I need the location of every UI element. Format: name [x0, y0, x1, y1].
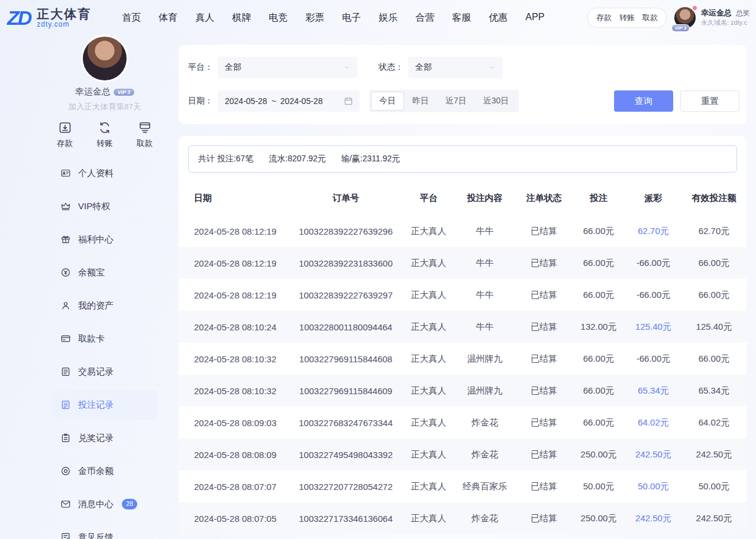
user-chip[interactable]: VIP 3 幸运金总总奖 永久域名: zdty.c	[674, 7, 750, 28]
nav-item-4[interactable]: 棋牌	[232, 12, 251, 24]
date-range-input[interactable]: 2024-05-28~2024-05-28	[218, 90, 360, 112]
yuebao-icon	[60, 267, 71, 278]
cell-content: 炸金花	[454, 439, 516, 470]
cell-bet: 250.00元	[572, 439, 625, 470]
sidebar-item-8[interactable]: 投注记录	[52, 390, 157, 420]
sidebar-item-label: 我的资产	[78, 300, 114, 311]
vip-badge: VIP 3	[671, 24, 690, 32]
wallet-link-2[interactable]: 转账	[619, 12, 635, 23]
table-header-cell: 平台	[403, 181, 454, 215]
logo-mark-icon: ZD	[7, 8, 33, 28]
username: 幸运金总	[701, 8, 732, 17]
nav-item-7[interactable]: 电子	[342, 12, 361, 24]
reset-button[interactable]: 重置	[680, 90, 739, 112]
wallet-link-1[interactable]: 存款	[596, 12, 612, 23]
avatar: VIP 3	[674, 7, 696, 28]
cell-content: 牛牛	[454, 279, 516, 311]
sidebar-item-6[interactable]: 取款卡	[52, 324, 157, 353]
nav-item-2[interactable]: 体育	[159, 12, 177, 24]
gift-icon	[60, 234, 71, 245]
calendar-icon	[344, 96, 353, 106]
profile-avatar[interactable]	[83, 37, 127, 80]
quick-action-label: 取款	[137, 138, 153, 149]
table-row: 2024-05-28 08:12:191003228392227639297正大…	[179, 279, 747, 311]
cell-platform: 正大真人	[403, 375, 454, 407]
feedback-icon	[60, 532, 71, 539]
cell-content: 牛牛	[454, 311, 516, 343]
cell-valid: 242.50元	[681, 439, 747, 470]
sidebar-item-label: 交易记录	[78, 366, 114, 378]
cell-status: 已结算	[516, 215, 572, 247]
bank-card-icon	[60, 333, 71, 344]
quick-action-transfer[interactable]: 转账	[97, 121, 113, 149]
nav-item-1[interactable]: 首页	[122, 12, 141, 24]
header-right: 存款转账取款 VIP 3 幸运金总总奖 永久域名: zdty.c	[587, 7, 750, 28]
table-row: 2024-05-28 08:10:241003228001180094464正大…	[179, 311, 747, 343]
sidebar-item-label: 余额宝	[78, 267, 105, 278]
date-range-button-4[interactable]: 近30日	[475, 92, 518, 111]
cell-status: 已结算	[516, 470, 572, 502]
nav-item-11[interactable]: 优惠	[489, 12, 508, 24]
sidebar-item-7[interactable]: 交易记录	[52, 357, 157, 387]
cell-valid: 242.50元	[681, 502, 747, 534]
quick-action-deposit[interactable]: 存款	[57, 121, 73, 149]
summary-part-2: 流水:8207.92元	[269, 154, 326, 164]
join-days-text: 加入正大体育第87天	[52, 102, 157, 112]
nav-item-6[interactable]: 彩票	[305, 12, 324, 24]
table-header-cell: 订单号	[288, 181, 403, 215]
table-header-row: 日期订单号平台投注内容注单状态投注派彩有效投注额	[179, 181, 747, 215]
cell-date: 2024-05-28 08:12:19	[179, 247, 288, 279]
profile-vip-badge: VIP 3	[114, 89, 135, 96]
cell-order: 1003227495498043392	[288, 439, 403, 470]
side-menu: 个人资料VIP特权福利中心余额宝我的资产取款卡交易记录投注记录兑奖记录金币余额消…	[52, 158, 157, 539]
transfer-icon	[98, 121, 112, 135]
nav-item-12[interactable]: APP	[525, 12, 544, 24]
date-range-button-2[interactable]: 昨日	[404, 92, 437, 111]
cell-bet: 66.00元	[572, 215, 625, 247]
table-header-cell: 注单状态	[516, 181, 572, 215]
logo[interactable]: ZD 正大体育 zdty.com	[7, 7, 91, 29]
sidebar-item-10[interactable]: 金币余额	[52, 456, 157, 486]
quick-action-withdraw[interactable]: 取款	[137, 121, 153, 149]
cell-date: 2024-05-28 08:12:19	[179, 279, 288, 311]
sidebar-item-5[interactable]: 我的资产	[52, 291, 157, 320]
wallet-link-3[interactable]: 取款	[642, 12, 658, 23]
platform-select[interactable]: 全部	[218, 57, 357, 78]
table-row: 2024-05-28 08:12:191003228392231833600正大…	[179, 247, 747, 279]
cell-platform: 正大真人	[403, 247, 454, 279]
status-select-value: 全部	[415, 62, 432, 73]
sidebar-item-12[interactable]: 意见反馈	[52, 522, 157, 539]
nav-item-10[interactable]: 客服	[452, 12, 471, 24]
nav-item-5[interactable]: 电竞	[269, 12, 287, 24]
sidebar-item-11[interactable]: 消息中心28	[52, 489, 157, 519]
sidebar-item-label: 取款卡	[78, 333, 105, 345]
id-card-icon	[60, 168, 71, 178]
bet-records-table: 日期订单号平台投注内容注单状态投注派彩有效投注额 2024-05-28 08:1…	[179, 181, 747, 534]
sidebar-item-2[interactable]: VIP特权	[52, 191, 157, 221]
date-range-button-1[interactable]: 今日	[371, 92, 404, 111]
search-button[interactable]: 查询	[614, 90, 673, 112]
nav-item-9[interactable]: 合营	[415, 12, 434, 24]
cell-date: 2024-05-28 08:09:03	[179, 407, 288, 439]
status-select[interactable]: 全部	[408, 57, 503, 78]
cell-date: 2024-05-28 08:08:09	[179, 439, 288, 470]
nav-item-3[interactable]: 真人	[195, 12, 214, 24]
nav-item-8[interactable]: 娱乐	[379, 12, 398, 24]
cell-platform: 正大真人	[403, 407, 454, 439]
sidebar-item-4[interactable]: 余额宝	[52, 258, 157, 287]
cell-bet: 66.00元	[572, 407, 625, 439]
table-row: 2024-05-28 08:12:191003228392227639296正大…	[179, 215, 747, 247]
table-row: 2024-05-28 08:07:071003227207728054272正大…	[179, 470, 747, 502]
sidebar-item-label: 意见反馈	[78, 532, 114, 539]
table-row: 2024-05-28 08:10:321003227969115844608正大…	[179, 343, 747, 375]
withdraw-icon	[138, 121, 152, 135]
cell-status: 已结算	[516, 375, 572, 407]
date-range-button-3[interactable]: 近7日	[437, 92, 475, 111]
cell-date: 2024-05-28 08:07:07	[179, 470, 288, 502]
sidebar-item-3[interactable]: 福利中心	[52, 225, 157, 254]
sidebar-item-label: 福利中心	[78, 234, 114, 245]
cell-date: 2024-05-28 08:10:32	[179, 375, 288, 407]
sidebar-item-9[interactable]: 兑奖记录	[52, 423, 157, 453]
sidebar-item-1[interactable]: 个人资料	[52, 158, 157, 188]
summary-part-3: 输/赢:2311.92元	[341, 154, 400, 164]
